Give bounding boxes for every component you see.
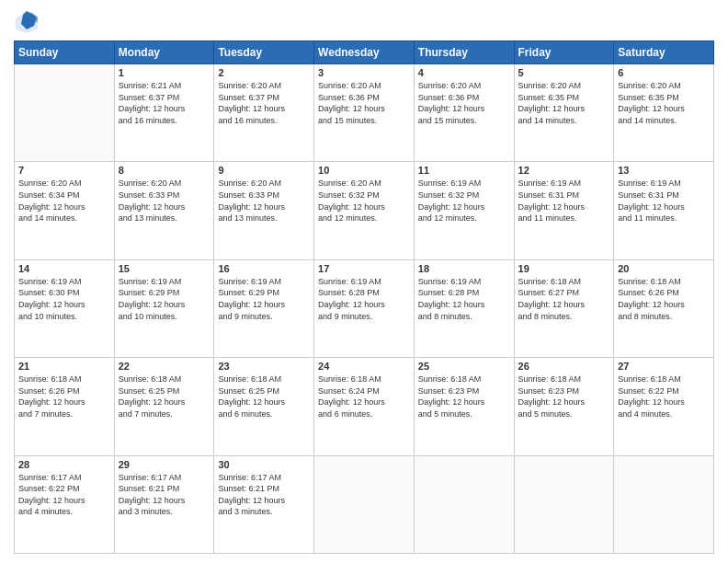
calendar-cell: 19Sunrise: 6:18 AM Sunset: 6:27 PM Dayli… — [514, 259, 614, 357]
day-info: Sunrise: 6:18 AM Sunset: 6:25 PM Dayligh… — [218, 373, 310, 419]
calendar-cell: 22Sunrise: 6:18 AM Sunset: 6:25 PM Dayli… — [114, 358, 214, 455]
calendar-week-row: 7Sunrise: 6:20 AM Sunset: 6:34 PM Daylig… — [15, 162, 714, 259]
day-number: 16 — [218, 263, 310, 274]
day-info: Sunrise: 6:19 AM Sunset: 6:29 PM Dayligh… — [218, 276, 310, 322]
day-info: Sunrise: 6:20 AM Sunset: 6:36 PM Dayligh… — [418, 80, 510, 126]
day-number: 9 — [218, 165, 310, 176]
day-number: 6 — [618, 67, 710, 78]
day-number: 2 — [218, 67, 310, 78]
day-info: Sunrise: 6:18 AM Sunset: 6:22 PM Dayligh… — [618, 373, 710, 419]
header — [14, 9, 714, 35]
day-number: 17 — [318, 263, 410, 274]
day-number: 8 — [119, 165, 210, 176]
calendar-cell — [15, 64, 115, 162]
day-number: 11 — [418, 165, 510, 176]
calendar-cell: 4Sunrise: 6:20 AM Sunset: 6:36 PM Daylig… — [414, 64, 514, 162]
calendar-cell: 20Sunrise: 6:18 AM Sunset: 6:26 PM Dayli… — [614, 259, 714, 357]
day-info: Sunrise: 6:18 AM Sunset: 6:25 PM Dayligh… — [119, 373, 210, 419]
calendar-cell: 14Sunrise: 6:19 AM Sunset: 6:30 PM Dayli… — [15, 259, 115, 357]
calendar-cell: 5Sunrise: 6:20 AM Sunset: 6:35 PM Daylig… — [514, 64, 614, 162]
day-info: Sunrise: 6:18 AM Sunset: 6:23 PM Dayligh… — [418, 373, 510, 419]
day-number: 4 — [418, 67, 510, 78]
weekday-header: Friday — [514, 41, 614, 64]
calendar-cell: 18Sunrise: 6:19 AM Sunset: 6:28 PM Dayli… — [414, 259, 514, 357]
calendar-cell: 30Sunrise: 6:17 AM Sunset: 6:21 PM Dayli… — [214, 455, 314, 553]
day-info: Sunrise: 6:19 AM Sunset: 6:29 PM Dayligh… — [119, 276, 210, 322]
day-info: Sunrise: 6:20 AM Sunset: 6:35 PM Dayligh… — [518, 80, 610, 126]
calendar-cell: 27Sunrise: 6:18 AM Sunset: 6:22 PM Dayli… — [614, 358, 714, 455]
calendar-cell: 11Sunrise: 6:19 AM Sunset: 6:32 PM Dayli… — [414, 162, 514, 259]
calendar-cell — [414, 455, 514, 553]
day-number: 15 — [119, 263, 210, 274]
weekday-header: Monday — [114, 41, 214, 64]
day-number: 30 — [218, 459, 310, 470]
day-info: Sunrise: 6:18 AM Sunset: 6:26 PM Dayligh… — [18, 373, 110, 419]
day-info: Sunrise: 6:19 AM Sunset: 6:32 PM Dayligh… — [418, 178, 510, 224]
weekday-header: Sunday — [15, 41, 115, 64]
calendar-week-row: 14Sunrise: 6:19 AM Sunset: 6:30 PM Dayli… — [15, 259, 714, 357]
day-number: 29 — [119, 459, 210, 470]
calendar-week-row: 1Sunrise: 6:21 AM Sunset: 6:37 PM Daylig… — [15, 64, 714, 162]
day-number: 25 — [418, 361, 510, 372]
day-info: Sunrise: 6:17 AM Sunset: 6:21 PM Dayligh… — [218, 472, 310, 518]
calendar-cell: 6Sunrise: 6:20 AM Sunset: 6:35 PM Daylig… — [614, 64, 714, 162]
day-info: Sunrise: 6:17 AM Sunset: 6:21 PM Dayligh… — [119, 472, 210, 518]
calendar-cell: 26Sunrise: 6:18 AM Sunset: 6:23 PM Dayli… — [514, 358, 614, 455]
day-info: Sunrise: 6:19 AM Sunset: 6:28 PM Dayligh… — [318, 276, 410, 322]
day-info: Sunrise: 6:18 AM Sunset: 6:27 PM Dayligh… — [518, 276, 610, 322]
calendar-header: SundayMondayTuesdayWednesdayThursdayFrid… — [15, 41, 714, 64]
day-info: Sunrise: 6:19 AM Sunset: 6:28 PM Dayligh… — [418, 276, 510, 322]
day-number: 18 — [418, 263, 510, 274]
calendar-body: 1Sunrise: 6:21 AM Sunset: 6:37 PM Daylig… — [15, 64, 714, 554]
day-number: 21 — [18, 361, 110, 372]
calendar-cell — [314, 455, 415, 553]
day-number: 20 — [618, 263, 710, 274]
weekday-header: Saturday — [614, 41, 714, 64]
calendar-cell: 2Sunrise: 6:20 AM Sunset: 6:37 PM Daylig… — [214, 64, 314, 162]
calendar-cell: 12Sunrise: 6:19 AM Sunset: 6:31 PM Dayli… — [514, 162, 614, 259]
calendar-cell: 25Sunrise: 6:18 AM Sunset: 6:23 PM Dayli… — [414, 358, 514, 455]
day-info: Sunrise: 6:20 AM Sunset: 6:37 PM Dayligh… — [218, 80, 310, 126]
day-info: Sunrise: 6:19 AM Sunset: 6:31 PM Dayligh… — [518, 178, 610, 224]
day-info: Sunrise: 6:20 AM Sunset: 6:33 PM Dayligh… — [218, 178, 310, 224]
day-number: 27 — [618, 361, 710, 372]
day-info: Sunrise: 6:18 AM Sunset: 6:23 PM Dayligh… — [518, 373, 610, 419]
day-info: Sunrise: 6:19 AM Sunset: 6:30 PM Dayligh… — [18, 276, 110, 322]
day-number: 10 — [318, 165, 410, 176]
day-number: 13 — [618, 165, 710, 176]
day-number: 12 — [518, 165, 610, 176]
day-number: 5 — [518, 67, 610, 78]
calendar-cell: 29Sunrise: 6:17 AM Sunset: 6:21 PM Dayli… — [114, 455, 214, 553]
calendar-cell: 13Sunrise: 6:19 AM Sunset: 6:31 PM Dayli… — [614, 162, 714, 259]
calendar-cell: 7Sunrise: 6:20 AM Sunset: 6:34 PM Daylig… — [15, 162, 115, 259]
day-number: 3 — [318, 67, 410, 78]
page: SundayMondayTuesdayWednesdayThursdayFrid… — [0, 0, 728, 563]
day-number: 23 — [218, 361, 310, 372]
day-info: Sunrise: 6:20 AM Sunset: 6:33 PM Dayligh… — [119, 178, 210, 224]
calendar-cell: 28Sunrise: 6:17 AM Sunset: 6:22 PM Dayli… — [15, 455, 115, 553]
day-info: Sunrise: 6:17 AM Sunset: 6:22 PM Dayligh… — [18, 472, 110, 518]
day-number: 24 — [318, 361, 410, 372]
day-info: Sunrise: 6:18 AM Sunset: 6:24 PM Dayligh… — [318, 373, 410, 419]
day-info: Sunrise: 6:20 AM Sunset: 6:35 PM Dayligh… — [618, 80, 710, 126]
day-info: Sunrise: 6:19 AM Sunset: 6:31 PM Dayligh… — [618, 178, 710, 224]
day-number: 22 — [119, 361, 210, 372]
calendar-table: SundayMondayTuesdayWednesdayThursdayFrid… — [14, 40, 714, 554]
day-number: 14 — [18, 263, 110, 274]
calendar-cell: 10Sunrise: 6:20 AM Sunset: 6:32 PM Dayli… — [314, 162, 415, 259]
calendar-week-row: 21Sunrise: 6:18 AM Sunset: 6:26 PM Dayli… — [15, 358, 714, 455]
calendar-cell: 24Sunrise: 6:18 AM Sunset: 6:24 PM Dayli… — [314, 358, 415, 455]
calendar-cell — [614, 455, 714, 553]
calendar-week-row: 28Sunrise: 6:17 AM Sunset: 6:22 PM Dayli… — [15, 455, 714, 553]
day-info: Sunrise: 6:18 AM Sunset: 6:26 PM Dayligh… — [618, 276, 710, 322]
weekday-header: Thursday — [414, 41, 514, 64]
calendar-cell: 15Sunrise: 6:19 AM Sunset: 6:29 PM Dayli… — [114, 259, 214, 357]
day-number: 19 — [518, 263, 610, 274]
calendar-cell: 23Sunrise: 6:18 AM Sunset: 6:25 PM Dayli… — [214, 358, 314, 455]
calendar-cell: 3Sunrise: 6:20 AM Sunset: 6:36 PM Daylig… — [314, 64, 415, 162]
day-info: Sunrise: 6:20 AM Sunset: 6:34 PM Dayligh… — [18, 178, 110, 224]
calendar-cell: 1Sunrise: 6:21 AM Sunset: 6:37 PM Daylig… — [114, 64, 214, 162]
day-info: Sunrise: 6:21 AM Sunset: 6:37 PM Dayligh… — [119, 80, 210, 126]
day-number: 26 — [518, 361, 610, 372]
day-info: Sunrise: 6:20 AM Sunset: 6:32 PM Dayligh… — [318, 178, 410, 224]
